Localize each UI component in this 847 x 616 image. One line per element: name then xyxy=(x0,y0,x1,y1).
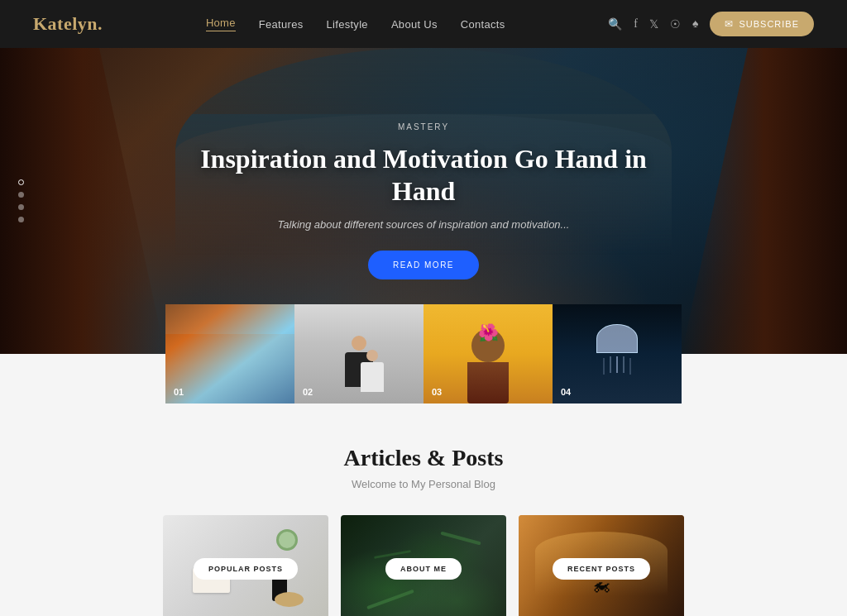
slide-dot-3[interactable] xyxy=(18,204,24,210)
search-icon[interactable]: 🔍 xyxy=(608,17,622,31)
about-me-label: ABOUT ME xyxy=(385,558,462,580)
portrait-figure: 🌺 xyxy=(467,329,509,404)
header: Katelyn. Home Features Lifestyle About U… xyxy=(0,0,847,48)
nav: Home Features Lifestyle About Us Contact… xyxy=(206,17,505,31)
dribbble-icon[interactable]: ♠ xyxy=(692,17,698,31)
articles-subtitle: Welcome to My Personal Blog xyxy=(33,478,814,490)
slide-dot-4[interactable] xyxy=(18,217,24,222)
hero-title: Inspiration and Motivation Go Hand in Ha… xyxy=(175,143,672,207)
articles-title: Articles & Posts xyxy=(33,445,814,471)
gallery-num-4: 04 xyxy=(561,387,571,397)
gallery-num-2: 02 xyxy=(303,387,313,397)
facebook-icon[interactable]: f xyxy=(634,17,638,31)
article-card-about[interactable]: ABOUT ME xyxy=(341,515,506,616)
slide-indicators xyxy=(18,179,24,222)
gallery-strip: 01 02 🌺 03 04 xyxy=(165,304,682,404)
articles-grid: POPULAR POSTS ABOUT ME 🏍 RECENT POSTS xyxy=(33,515,814,616)
articles-section: Articles & Posts Welcome to My Personal … xyxy=(0,404,847,616)
logo-text: Katelyn xyxy=(33,13,98,34)
gallery-item-3[interactable]: 🌺 03 xyxy=(424,304,553,404)
gallery-item-1[interactable]: 01 xyxy=(165,304,294,404)
nav-about[interactable]: About Us xyxy=(391,18,438,31)
slide-dot-2[interactable] xyxy=(18,192,24,198)
gallery-item-4[interactable]: 04 xyxy=(553,304,682,404)
flower-icon: 🌺 xyxy=(478,322,499,342)
hero-content: MASTERY Inspiration and Motivation Go Ha… xyxy=(159,106,688,296)
gallery-num-1: 01 xyxy=(174,387,184,397)
recent-posts-label: RECENT POSTS xyxy=(553,558,650,580)
logo-dot: . xyxy=(98,13,103,34)
gallery-item-2[interactable]: 02 xyxy=(294,304,424,404)
nav-lifestyle[interactable]: Lifestyle xyxy=(327,18,368,31)
read-more-button[interactable]: READ MORE xyxy=(368,251,479,279)
logo[interactable]: Katelyn. xyxy=(33,13,103,35)
subscribe-button[interactable]: SUBSCRIBE xyxy=(710,12,814,36)
header-right: 🔍 f 𝕏 ☉ ♠ SUBSCRIBE xyxy=(608,12,814,36)
article-card-popular[interactable]: POPULAR POSTS xyxy=(163,515,328,616)
popular-posts-label: POPULAR POSTS xyxy=(194,558,298,580)
slide-dot-1[interactable] xyxy=(18,179,24,185)
hat-icon xyxy=(275,592,304,607)
nav-features[interactable]: Features xyxy=(259,18,304,31)
hero-subtitle: Talking about different sources of inspi… xyxy=(175,218,672,231)
jellyfish-shape xyxy=(596,324,638,353)
hero-category: MASTERY xyxy=(175,122,672,131)
nav-home[interactable]: Home xyxy=(206,17,236,31)
gallery-num-3: 03 xyxy=(432,387,442,397)
twitter-icon[interactable]: 𝕏 xyxy=(649,17,658,31)
instagram-icon[interactable]: ☉ xyxy=(670,17,681,31)
nav-contacts[interactable]: Contacts xyxy=(461,18,505,31)
article-card-recent[interactable]: 🏍 RECENT POSTS xyxy=(519,515,684,616)
